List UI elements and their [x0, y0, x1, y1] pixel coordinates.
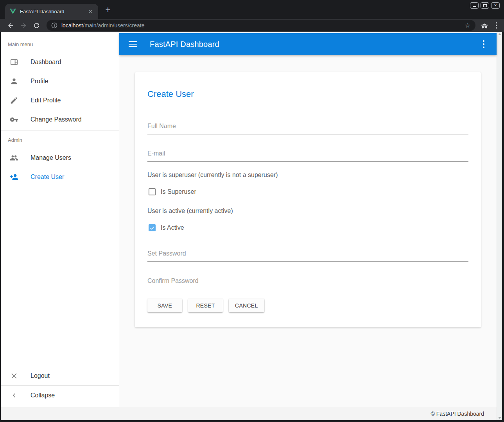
tab-close-icon[interactable]: ✕ — [87, 8, 94, 15]
sidebar-item-change-password[interactable]: Change Password — [1, 110, 119, 129]
sidebar: Main menu Dashboard — [1, 32, 119, 407]
key-icon — [10, 115, 18, 124]
chevron-left-icon — [10, 391, 18, 400]
superuser-checkbox[interactable] — [149, 188, 156, 195]
sidebar-item-label: Create User — [30, 173, 64, 181]
bookmark-star-icon[interactable]: ☆ — [464, 21, 471, 30]
close-button[interactable]: ✕ — [491, 2, 500, 9]
sidebar-item-label: Manage Users — [30, 154, 71, 161]
people-icon — [10, 154, 18, 162]
tab-strip: FastAPI Dashboard ✕ + ✕ — [0, 0, 504, 19]
sidebar-item-label: Dashboard — [30, 59, 61, 66]
sidebar-item-dashboard[interactable]: Dashboard — [1, 52, 119, 72]
page-viewport: Main menu Dashboard — [1, 32, 502, 420]
superuser-checkbox-label[interactable]: Is Superuser — [161, 188, 196, 195]
confirm-password-field — [147, 277, 468, 289]
reset-button[interactable]: RESET — [188, 299, 223, 312]
new-tab-button[interactable]: + — [102, 4, 113, 15]
back-button[interactable] — [5, 20, 16, 30]
url-text: localhost/main/admin/users/create — [61, 22, 464, 29]
sidebar-item-manage-users[interactable]: Manage Users — [1, 148, 119, 167]
tab-title: FastAPI Dashboard — [20, 9, 87, 14]
site-info-icon[interactable] — [51, 22, 57, 29]
app-menu-button[interactable] — [481, 39, 487, 50]
sidebar-section-main-menu: Main menu — [1, 32, 119, 52]
browser-toolbar: localhost/main/admin/users/create ☆ — [0, 19, 504, 32]
sidebar-item-label: Logout — [30, 372, 50, 379]
superuser-hint: User is superuser (currently is not a su… — [147, 171, 468, 179]
maximize-icon — [483, 4, 487, 7]
full-name-field — [147, 123, 468, 134]
sidebar-item-label: Edit Profile — [30, 97, 61, 104]
create-user-card: Create User User is superuser (currently… — [135, 72, 481, 327]
superuser-checkbox-row[interactable]: Is Superuser — [147, 188, 468, 196]
sidebar-item-edit-profile[interactable]: Edit Profile — [1, 91, 119, 110]
incognito-icon — [480, 22, 489, 29]
minimize-button[interactable] — [470, 2, 479, 9]
minimize-icon — [473, 6, 476, 7]
browser-menu-button[interactable] — [493, 21, 500, 30]
url-host: localhost — [61, 22, 83, 29]
active-checkbox-row[interactable]: Is Active — [147, 224, 468, 232]
sidebar-item-create-user[interactable]: Create User — [1, 167, 119, 186]
page-title: Create User — [147, 89, 468, 99]
url-path: /main/admin/users/create — [83, 22, 144, 29]
close-icon: ✕ — [494, 4, 497, 7]
pencil-icon — [10, 96, 18, 105]
sidebar-section-admin: Admin — [1, 131, 119, 148]
set-password-input[interactable] — [147, 250, 468, 262]
full-name-input[interactable] — [147, 123, 468, 134]
sidebar-item-label: Profile — [30, 78, 48, 85]
active-checkbox[interactable] — [149, 224, 156, 231]
maximize-button[interactable] — [481, 2, 489, 9]
app-toolbar: FastAPI Dashboard — [119, 33, 497, 55]
page-scrollbar[interactable] — [497, 32, 502, 420]
copyright-text: © FastAPI Dashboard — [431, 411, 484, 417]
hamburger-menu-icon[interactable] — [129, 39, 137, 48]
scrollbar-up-arrow-icon[interactable] — [498, 33, 501, 35]
email-input[interactable] — [147, 150, 468, 162]
cancel-button[interactable]: CANCEL — [229, 299, 264, 312]
page-footer: © FastAPI Dashboard — [1, 407, 497, 420]
sidebar-item-label: Change Password — [30, 116, 82, 123]
app-title: FastAPI Dashboard — [150, 40, 219, 49]
browser-window: FastAPI Dashboard ✕ + ✕ — [0, 0, 504, 422]
confirm-password-input[interactable] — [147, 277, 468, 289]
person-icon — [10, 77, 18, 86]
forward-button[interactable] — [18, 20, 29, 30]
checkmark-icon — [149, 225, 155, 231]
browser-tab[interactable]: FastAPI Dashboard ✕ — [5, 4, 98, 19]
close-x-icon — [10, 372, 18, 380]
main-area: FastAPI Dashboard Create User — [119, 32, 497, 407]
person-add-icon — [10, 173, 18, 181]
address-bar[interactable]: localhost/main/admin/users/create ☆ — [47, 20, 475, 31]
scrollbar-down-arrow-icon[interactable] — [498, 417, 501, 419]
sidebar-item-logout[interactable]: Logout — [1, 366, 119, 385]
sidebar-item-profile[interactable]: Profile — [1, 72, 119, 91]
email-field — [147, 150, 468, 162]
sidebar-item-collapse[interactable]: Collapse — [1, 386, 119, 405]
sidebar-item-label: Collapse — [30, 392, 55, 399]
active-checkbox-label[interactable]: Is Active — [161, 224, 184, 231]
set-password-field — [147, 250, 468, 262]
reload-button[interactable] — [31, 20, 41, 30]
content-area: Create User User is superuser (currently… — [119, 55, 497, 407]
vue-logo-icon — [10, 9, 16, 14]
dashboard-icon — [10, 58, 18, 66]
save-button[interactable]: SAVE — [147, 299, 182, 312]
active-hint: User is active (currently active) — [147, 207, 468, 215]
